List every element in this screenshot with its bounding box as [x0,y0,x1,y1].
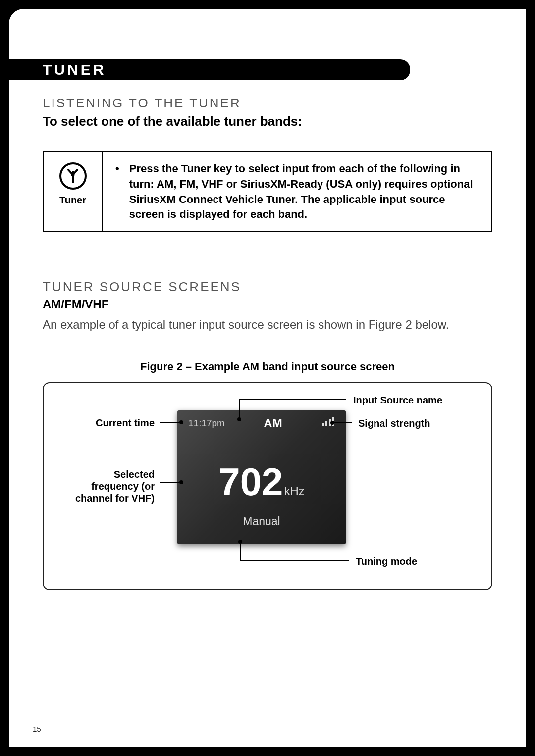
screen-frequency: 702 [218,462,283,501]
header-band: TUNER [9,59,410,80]
svg-point-3 [71,173,75,176]
instruction-text-cell: • Press the Tuner key to select input fr… [103,152,491,231]
content-area: LISTENING TO THE TUNER To select one of … [9,9,526,620]
page-container: TUNER LISTENING TO THE TUNER To select o… [0,0,535,756]
callout-freq-line2: frequency (or [91,481,155,492]
tuner-icon [59,162,87,190]
callout-line-time [160,420,185,425]
section-subtitle-source-screens: TUNER SOURCE SCREENS [43,279,492,295]
callout-current-time: Current time [96,417,155,429]
callout-signal-strength: Signal strength [358,417,430,429]
figure-caption: Figure 2 – Example AM band input source … [43,360,492,373]
section-heading-amfmvhf: AM/FM/VHF [43,298,492,311]
callout-selected-frequency: Selected frequency (or channel for VHF) [75,468,155,504]
screen-frequency-unit: kHz [284,484,304,498]
body-text-example: An example of a typical tuner input sour… [43,316,492,333]
figure-box: 11:17pm AM 702kHz [43,382,492,590]
section-heading-select-bands: To select one of the available tuner ban… [43,114,492,129]
screen-frequency-row: 702kHz [177,462,346,501]
antenna-icon [64,168,81,185]
callout-input-source: Input Source name [353,394,442,406]
screen-tuning-mode: Manual [177,515,346,528]
instruction-table: Tuner • Press the Tuner key to select in… [43,151,492,232]
bullet-marker: • [115,161,119,177]
callout-tuning-mode: Tuning mode [356,555,417,567]
callout-line-mode [240,539,357,569]
instruction-bullet-row: • Press the Tuner key to select input fr… [115,161,479,222]
section-subtitle-listening: LISTENING TO THE TUNER [43,96,492,111]
callout-line-frequency [160,480,185,485]
tuner-screen-image: 11:17pm AM 702kHz [177,410,346,544]
callout-line-signal [332,420,357,425]
callout-freq-line3: channel for VHF) [75,493,155,504]
tuner-icon-label: Tuner [49,195,97,206]
page-inner: TUNER LISTENING TO THE TUNER To select o… [9,9,526,747]
callout-line-input-source [239,395,353,424]
instruction-text: Press the Tuner key to select input from… [129,161,479,222]
page-number: 15 [33,725,41,733]
callout-freq-line1: Selected [114,469,155,480]
instruction-icon-cell: Tuner [44,152,103,231]
page-title: TUNER [43,61,106,78]
screen-time: 11:17pm [188,418,225,429]
